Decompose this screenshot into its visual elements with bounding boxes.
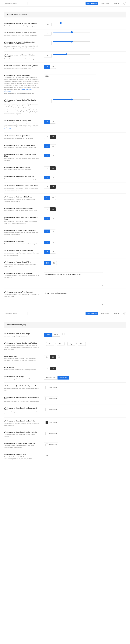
- related-columns-slider[interactable]: [53, 41, 90, 42]
- plus-icon: +: [44, 343, 46, 345]
- cart-menu-bg-color-picker[interactable]: Select Color: [44, 442, 58, 447]
- tab-design-pill-1[interactable]: Vertical Tabs: [58, 376, 69, 380]
- product-columns-slider[interactable]: [53, 32, 90, 32]
- color-swatch: [45, 432, 48, 435]
- reset-all-button[interactable]: Reset All: [112, 2, 121, 5]
- account-main-on[interactable]: On: [44, 185, 50, 189]
- crossfade-on[interactable]: On: [44, 154, 50, 157]
- search-input[interactable]: [4, 312, 27, 315]
- one-page-checkout-off[interactable]: Off: [50, 166, 56, 170]
- account-secondary-on[interactable]: On: [44, 216, 50, 220]
- archive-columns-slider[interactable]: [53, 54, 90, 55]
- box-padding-pad-1[interactable]: [57, 342, 65, 346]
- gallery-size-input[interactable]: [44, 74, 96, 78]
- one-page-checkout-on[interactable]: On: [44, 166, 50, 170]
- reset-all-button[interactable]: Reset All: [112, 312, 121, 315]
- quick-view-off[interactable]: Off: [50, 135, 56, 139]
- cart-secondary-on[interactable]: On: [44, 230, 50, 233]
- dropdown-bg-color-picker[interactable]: Select Color: [44, 407, 58, 412]
- plus-icon: +: [54, 343, 56, 345]
- grid-list-view-on[interactable]: On: [44, 250, 50, 254]
- option-desc: Controls the color of the text and icons…: [4, 422, 40, 426]
- order-notes-off[interactable]: Off: [50, 176, 56, 180]
- option-title: WooCommerce Product Quick View: [4, 135, 40, 137]
- ordering-boxes-on[interactable]: On: [44, 144, 50, 148]
- box-padding-pad-2[interactable]: [67, 342, 75, 346]
- link-icon[interactable]: ⚬: [72, 376, 74, 378]
- social-icons-on[interactable]: On: [44, 241, 50, 244]
- quick-view-on[interactable]: On: [44, 135, 50, 139]
- account-secondary-off[interactable]: Off: [50, 216, 56, 220]
- box-padding-group: + +++: [44, 342, 86, 346]
- cart-secondary-toggle: On Off: [44, 230, 56, 233]
- option-row-related-columns: WooCommerce Related/Up-Sell/Cross-Sell P…: [4, 39, 126, 52]
- cart-counter-on[interactable]: On: [44, 207, 50, 211]
- related-columns-input[interactable]: [44, 41, 52, 45]
- products-per-page-slider[interactable]: [53, 23, 90, 23]
- option-title: WooCommerce Social Icons: [4, 241, 40, 242]
- link-icon[interactable]: ⚬: [58, 355, 60, 358]
- equal-heights-off[interactable]: Off: [50, 366, 56, 370]
- full-width-on[interactable]: On: [44, 355, 50, 359]
- box-padding-pad-3[interactable]: [78, 342, 86, 346]
- gallery-zoom-on[interactable]: On: [44, 120, 50, 124]
- option-row-crossfade: WooCommerce Shop Page Crossfade Image Ef…: [4, 151, 126, 164]
- dropdown-border-color-picker[interactable]: Select Color: [44, 431, 58, 436]
- control-col: [44, 23, 126, 27]
- msg2-textarea[interactable]: E-mail them at info@yourshop.com: [44, 291, 103, 305]
- default-view-pill-1[interactable]: List: [51, 261, 57, 265]
- archive-columns-input[interactable]: [44, 54, 52, 58]
- gallery-zoom-off[interactable]: Off: [50, 120, 56, 124]
- order-notes-on[interactable]: On: [44, 176, 50, 180]
- control-col: On Off: [44, 135, 126, 139]
- box-padding-pad-0[interactable]: [46, 342, 54, 346]
- help-icon[interactable]: ?: [124, 312, 126, 315]
- thumb-columns-slider[interactable]: [53, 99, 90, 100]
- gallery-slider-off[interactable]: Off: [50, 65, 56, 69]
- product-columns-input[interactable]: [44, 32, 52, 36]
- option-desc: Turn on to display the cart icon in the …: [4, 232, 40, 236]
- products-per-page-input[interactable]: [44, 23, 52, 26]
- color-swatch: [45, 444, 48, 446]
- cart-counter-off[interactable]: Off: [50, 207, 56, 211]
- account-main-off[interactable]: Off: [50, 185, 56, 189]
- icon-font-size-input[interactable]: [44, 454, 96, 458]
- option-row-archive-columns: WooCommerce Archive Number of Product Co…: [4, 52, 126, 62]
- save-button[interactable]: Save Changes: [86, 2, 98, 5]
- grid-list-view-off[interactable]: Off: [50, 250, 56, 254]
- cart-icon-main-on[interactable]: On: [44, 196, 50, 200]
- select-color-label: Select Color: [49, 444, 57, 446]
- help-icon[interactable]: ?: [124, 2, 126, 4]
- gallery-slider-toggle: On Off: [44, 65, 56, 69]
- cart-icon-main-off[interactable]: Off: [50, 196, 56, 200]
- control-col: On Off: [44, 65, 126, 69]
- dropdown-text-color-picker[interactable]: Select Color: [44, 420, 58, 425]
- equal-heights-on[interactable]: On: [44, 366, 50, 370]
- option-row-gallery-slider: Avada's WooCommerce Product Gallery Slid…: [4, 62, 126, 72]
- qty-bg-color-picker[interactable]: Select Color: [44, 385, 58, 390]
- gallery-slider-on[interactable]: On: [44, 65, 50, 69]
- box-design-pill-1[interactable]: Clean: [52, 333, 60, 336]
- reset-section-button[interactable]: Reset Section: [99, 312, 111, 315]
- social-icons-off[interactable]: Off: [50, 241, 56, 244]
- thumb-columns-input[interactable]: [44, 99, 52, 103]
- qty-hover-bg-color-picker[interactable]: Select Color: [44, 396, 58, 401]
- section-header: WooCommerce Styling: [4, 322, 126, 328]
- option-row-dropdown-bg: WooCommerce Order Dropdown Background Co…: [4, 405, 126, 418]
- box-design-pill-0[interactable]: Classic: [44, 333, 52, 336]
- reset-section-button[interactable]: Reset Section: [99, 2, 111, 5]
- option-title: WooCommerce Account Area Message 1: [4, 272, 40, 274]
- msg1-textarea[interactable]: Need Assistance? Call customer service a…: [44, 272, 103, 286]
- option-title: WooCommerce Order Dropdown Text Color: [4, 420, 40, 422]
- crossfade-off[interactable]: Off: [50, 154, 56, 157]
- default-view-pill-0[interactable]: Grid: [44, 261, 51, 265]
- link-icon[interactable]: ⚬: [62, 333, 65, 335]
- option-desc: Controls the text that displays in the f…: [4, 274, 40, 278]
- search-input[interactable]: [4, 2, 27, 5]
- full-width-off[interactable]: Off: [50, 355, 56, 359]
- ordering-boxes-off[interactable]: Off: [50, 144, 56, 148]
- tab-design-pill-0[interactable]: Horizontal Tabs: [44, 376, 58, 380]
- cart-secondary-off[interactable]: Off: [50, 230, 56, 233]
- save-button[interactable]: Save Changes: [86, 312, 98, 315]
- color-swatch: [45, 386, 48, 389]
